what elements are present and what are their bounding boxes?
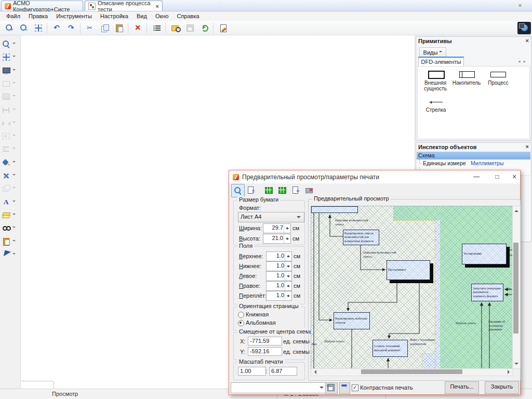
- chevron-down-icon[interactable]: [12, 82, 16, 85]
- margin-spinner[interactable]: [285, 291, 291, 300]
- delete-button[interactable]: [132, 22, 144, 34]
- horizontal-scroll-thumb[interactable]: [361, 369, 462, 374]
- sidebar-item-find[interactable]: [2, 222, 20, 234]
- zoom-out-button[interactable]: [18, 22, 30, 34]
- height-input[interactable]: 21.0: [263, 234, 291, 244]
- scroll-up-icon[interactable]: [514, 208, 518, 212]
- scroll-right-icon[interactable]: [508, 370, 512, 374]
- menu-item-окно[interactable]: Окно: [151, 11, 173, 21]
- datastore-shape[interactable]: [459, 71, 475, 78]
- external-entity-shape[interactable]: [428, 71, 445, 79]
- chevron-down-icon[interactable]: [12, 227, 16, 230]
- primitives-close-icon[interactable]: ×: [526, 37, 529, 44]
- radio-portrait[interactable]: [238, 312, 244, 318]
- inspector-close-icon[interactable]: ×: [526, 143, 529, 150]
- preview-viewport[interactable]: Описание возможностей отчетаРедактироват…: [311, 206, 513, 369]
- remove-profile-button[interactable]: [339, 382, 350, 394]
- sidebar-item-image[interactable]: [2, 91, 20, 102]
- chevron-down-icon[interactable]: [12, 43, 16, 46]
- chevron-down-icon[interactable]: [12, 187, 16, 190]
- sidebar-item-fill-color[interactable]: [2, 157, 20, 168]
- margin-input[interactable]: 1.0: [266, 261, 292, 271]
- refresh-button[interactable]: [198, 22, 211, 34]
- chevron-down-icon[interactable]: [12, 253, 16, 256]
- width-spinner[interactable]: [284, 224, 290, 233]
- dialog-maximize-button[interactable]: □: [491, 172, 503, 181]
- chevron-down-icon[interactable]: [12, 56, 16, 59]
- chevron-down-icon[interactable]: [12, 240, 16, 243]
- sidebar-item-fit-view[interactable]: [2, 51, 20, 63]
- redo-button[interactable]: [65, 22, 78, 34]
- sidebar-item-layers[interactable]: [2, 209, 20, 221]
- chevron-down-icon[interactable]: [12, 214, 16, 217]
- sidebar-item-cursor[interactable]: [2, 249, 20, 260]
- preview-horizontal-scrollbar[interactable]: [311, 368, 513, 376]
- chevron-down-icon[interactable]: [12, 122, 16, 125]
- close-button[interactable]: Закрыть: [485, 381, 519, 394]
- views-dropdown-button[interactable]: Виды: [419, 47, 446, 57]
- sidebar-item-tools[interactable]: [2, 170, 20, 181]
- margin-spinner[interactable]: [285, 272, 291, 281]
- radio-landscape[interactable]: [238, 320, 244, 326]
- offset-x-input[interactable]: -771.59: [248, 337, 282, 345]
- inspector-row-scheme[interactable]: Схема: [417, 152, 530, 159]
- zoom-preview-button[interactable]: [231, 184, 245, 197]
- sidebar-item-group-select[interactable]: [2, 130, 20, 142]
- tab-close-icon[interactable]: ×: [156, 3, 159, 9]
- menu-item-правка[interactable]: Правка: [24, 11, 52, 21]
- margin-input[interactable]: 1.0: [266, 281, 292, 291]
- margin-spinner[interactable]: [285, 262, 291, 271]
- copy-button[interactable]: [99, 22, 111, 34]
- width-input[interactable]: 29.7: [263, 223, 291, 233]
- sidebar-item-clone[interactable]: [2, 183, 20, 194]
- sidebar-item-import[interactable]: [2, 236, 20, 247]
- arrow-shape[interactable]: [429, 102, 443, 102]
- margin-spinner[interactable]: [285, 282, 291, 290]
- print-button[interactable]: Печать...: [445, 381, 479, 394]
- dialog-minimize-button[interactable]: —: [471, 172, 482, 181]
- save-button[interactable]: [184, 22, 196, 34]
- menu-item-файл[interactable]: Файл: [2, 11, 24, 21]
- process-shape[interactable]: [490, 72, 506, 77]
- margin-input[interactable]: 1.0: [266, 251, 292, 261]
- sidebar-item-align[interactable]: [2, 143, 20, 155]
- close-all-tabs-button[interactable]: ×: [516, 2, 524, 9]
- open-search-button[interactable]: [169, 22, 182, 34]
- grid-full-button[interactable]: [276, 184, 288, 196]
- chevron-down-icon[interactable]: [12, 69, 16, 72]
- sidebar-item-zoom[interactable]: [2, 38, 20, 50]
- tab-process-description[interactable]: Описание процесса тести ×: [85, 1, 163, 11]
- menu-item-настройка[interactable]: Настройка: [96, 11, 132, 21]
- save-profile-button[interactable]: +: [325, 382, 338, 394]
- undo-button[interactable]: [51, 22, 63, 34]
- margin-input[interactable]: 1.0: [266, 271, 292, 281]
- add-page-button[interactable]: [289, 184, 302, 196]
- sidebar-item-mirror[interactable]: [2, 117, 20, 129]
- scroll-left-icon[interactable]: [312, 370, 316, 374]
- sidebar-item-dimension[interactable]: [2, 104, 20, 116]
- print-profile-select[interactable]: [231, 382, 327, 393]
- menu-item-справка[interactable]: Справка: [172, 11, 203, 21]
- chevron-down-icon[interactable]: [12, 161, 16, 164]
- margin-input[interactable]: 1.0: [266, 291, 292, 301]
- fit-view-button[interactable]: [32, 22, 45, 34]
- chevron-down-icon[interactable]: [12, 109, 16, 112]
- scale-right-input[interactable]: 6.87: [269, 367, 297, 376]
- scale-left-input[interactable]: 1.00: [238, 367, 266, 376]
- chevron-down-icon[interactable]: [12, 201, 16, 204]
- cut-button[interactable]: [84, 22, 97, 34]
- tab-configurator[interactable]: АСМО Конфигуратор+Систе: [1, 1, 83, 11]
- zoom-in-button[interactable]: [3, 22, 16, 34]
- chevron-down-icon[interactable]: [12, 148, 16, 151]
- chevron-down-icon[interactable]: [12, 95, 16, 98]
- page-zoom-button[interactable]: [245, 184, 257, 196]
- tab-dfd-elements[interactable]: DFD-элементы: [418, 57, 464, 67]
- cancel-print-button[interactable]: [303, 184, 315, 196]
- sidebar-item-text[interactable]: [2, 196, 20, 208]
- chevron-down-icon[interactable]: [12, 174, 16, 177]
- grid-fit-button[interactable]: [262, 184, 275, 196]
- dialog-close-button[interactable]: ×: [509, 172, 520, 181]
- contrast-print-checkbox[interactable]: ✓: [352, 384, 358, 391]
- scroll-down-icon[interactable]: [514, 363, 518, 367]
- offset-y-input[interactable]: -592.16: [248, 347, 282, 356]
